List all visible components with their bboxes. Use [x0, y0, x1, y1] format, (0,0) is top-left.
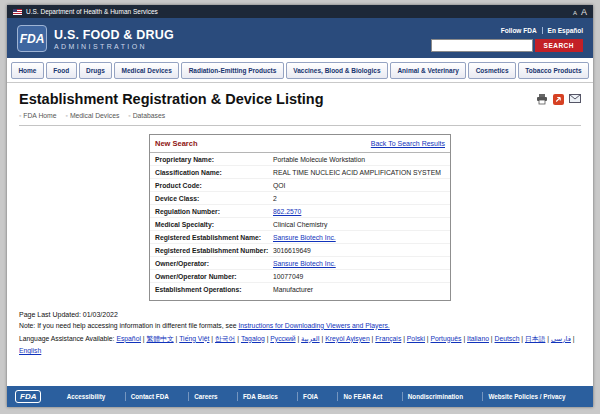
- footer-link-accessibility[interactable]: Accessibility: [62, 392, 111, 401]
- establishment-name-link[interactable]: Sansure Biotech Inc.: [273, 234, 445, 241]
- footer-link-website-policies[interactable]: Website Policies / Privacy: [482, 392, 570, 401]
- fda-logo[interactable]: FDA: [17, 25, 47, 52]
- footer-links: Accessibility Contact FDA Careers FDA Ba…: [47, 392, 585, 401]
- footer-link-nondiscrimination[interactable]: Nondiscrimination: [402, 392, 468, 401]
- field-label: Establishment Operations:: [155, 286, 273, 293]
- nav-tab-vaccines-blood-biologics[interactable]: Vaccines, Blood & Biologics: [286, 62, 388, 79]
- language-assistance: Language Assistance Available: Español 繁…: [19, 333, 579, 359]
- row-classification-name: Classification Name: REAL TIME NUCLEIC A…: [150, 166, 450, 179]
- breadcrumb-databases[interactable]: Databases: [128, 112, 165, 119]
- note-text: Note: If you need help accessing informa…: [19, 322, 237, 329]
- language-link[interactable]: 繁體中文: [146, 335, 173, 342]
- field-label: Medical Specialty:: [155, 221, 273, 228]
- language-link[interactable]: 日本語: [525, 335, 545, 342]
- footer-link-contact-fda[interactable]: Contact FDA: [125, 392, 174, 401]
- main-nav: Home Food Drugs Medical Devices Radiatio…: [7, 58, 593, 83]
- print-icon[interactable]: [536, 94, 548, 105]
- fda-footer-logo[interactable]: FDA: [15, 390, 41, 403]
- nav-tab-cosmetics[interactable]: Cosmetics: [468, 62, 516, 79]
- field-label: Regulation Number:: [155, 208, 273, 215]
- fda-header: FDA U.S. FOOD & DRUG ADMINISTRATION Foll…: [7, 18, 593, 58]
- fda-brand: FDA U.S. FOOD & DRUG ADMINISTRATION: [17, 25, 174, 52]
- nav-tab-home[interactable]: Home: [11, 62, 44, 79]
- divider: [19, 125, 581, 126]
- language-link[interactable]: Deutsch: [495, 335, 520, 342]
- row-owner-operator-number: Owner/Operator Number: 10077049: [150, 270, 450, 283]
- font-size-small-button[interactable]: A: [573, 10, 577, 16]
- footer-bar: FDA Accessibility Contact FDA Careers FD…: [7, 386, 593, 407]
- language-link[interactable]: Tagalog: [241, 335, 265, 342]
- main-content: Establishment Registration & Device List…: [7, 83, 593, 386]
- language-link[interactable]: Tiếng Việt: [179, 335, 209, 342]
- file-formats-note: Note: If you need help accessing informa…: [19, 322, 581, 329]
- nav-tab-animal-veterinary[interactable]: Animal & Veterinary: [390, 62, 466, 79]
- header-link-divider: [542, 27, 543, 34]
- field-value: 10077049: [273, 273, 445, 280]
- field-value: Clinical Chemistry: [273, 221, 445, 228]
- field-label: Device Class:: [155, 195, 273, 202]
- language-link[interactable]: فارسی: [551, 335, 571, 342]
- government-bar: U.S. Department of Health & Human Servic…: [7, 5, 593, 18]
- new-search-link[interactable]: New Search: [155, 139, 198, 148]
- regulation-number-link[interactable]: 862.2570: [273, 208, 445, 215]
- field-label: Registered Establishment Name:: [155, 234, 273, 241]
- breadcrumb: FDA Home Medical Devices Databases: [19, 112, 581, 119]
- language-link[interactable]: 한국어: [215, 335, 235, 342]
- field-value: 2: [273, 195, 445, 202]
- language-link[interactable]: Kreyòl Ayisyen: [325, 335, 369, 342]
- nav-tab-drugs[interactable]: Drugs: [79, 62, 113, 79]
- nav-tab-food[interactable]: Food: [46, 62, 77, 79]
- breadcrumb-fda-home[interactable]: FDA Home: [19, 112, 57, 119]
- title-icons: [536, 91, 581, 105]
- field-value: Portable Molecule Workstation: [273, 156, 445, 163]
- language-link[interactable]: Português: [431, 335, 462, 342]
- field-label: Product Code:: [155, 182, 273, 189]
- field-label: Owner/Operator:: [155, 260, 273, 267]
- row-establishment-operations: Establishment Operations: Manufacturer: [150, 283, 450, 300]
- language-assistance-label: Language Assistance Available:: [19, 335, 114, 342]
- field-label: Proprietary Name:: [155, 156, 273, 163]
- footer-link-fda-basics[interactable]: FDA Basics: [237, 392, 283, 401]
- footer-link-careers[interactable]: Careers: [188, 392, 222, 401]
- us-flag-icon: [13, 9, 22, 15]
- row-registered-establishment-name: Registered Establishment Name: Sansure B…: [150, 231, 450, 244]
- en-espanol-link[interactable]: En Español: [548, 27, 583, 34]
- search-button[interactable]: SEARCH: [535, 39, 583, 52]
- owner-operator-link[interactable]: Sansure Biotech Inc.: [273, 260, 445, 267]
- language-link[interactable]: Français: [375, 335, 401, 342]
- nav-tab-tobacco-products[interactable]: Tobacco Products: [518, 62, 589, 79]
- row-product-code: Product Code: QOI: [150, 179, 450, 192]
- language-link[interactable]: Русский: [270, 335, 295, 342]
- language-link[interactable]: Polski: [407, 335, 425, 342]
- footer-link-foia[interactable]: FOIA: [297, 392, 323, 401]
- page-title: Establishment Registration & Device List…: [19, 91, 324, 107]
- language-link[interactable]: Español: [116, 335, 141, 342]
- email-icon[interactable]: [569, 94, 581, 105]
- font-size-large-button[interactable]: A: [581, 7, 587, 17]
- language-link[interactable]: Italiano: [467, 335, 489, 342]
- footer-link-no-fear-act[interactable]: No FEAR Act: [337, 392, 387, 401]
- viewers-players-link[interactable]: Instructions for Downloading Viewers and…: [238, 322, 389, 329]
- search-bar: SEARCH: [431, 39, 583, 52]
- follow-fda-link[interactable]: Follow FDA: [501, 27, 537, 34]
- field-value: 3016619649: [273, 247, 445, 254]
- row-regulation-number: Regulation Number: 862.2570: [150, 205, 450, 218]
- language-link-english[interactable]: English: [19, 347, 41, 354]
- breadcrumb-medical-devices[interactable]: Medical Devices: [66, 112, 120, 119]
- language-link[interactable]: العربية: [301, 335, 320, 342]
- nav-tab-radiation-emitting-products[interactable]: Radiation-Emitting Products: [181, 62, 284, 79]
- row-device-class: Device Class: 2: [150, 192, 450, 205]
- org-name-line1: U.S. FOOD & DRUG: [54, 28, 174, 42]
- share-icon[interactable]: [553, 94, 564, 105]
- field-label: Owner/Operator Number:: [155, 273, 273, 280]
- org-name-line2: ADMINISTRATION: [54, 43, 174, 50]
- row-owner-operator: Owner/Operator: Sansure Biotech Inc.: [150, 257, 450, 270]
- header-right: Follow FDA En Español SEARCH: [431, 25, 583, 52]
- search-input[interactable]: [431, 39, 533, 52]
- header-links: Follow FDA En Español: [501, 27, 583, 34]
- field-label: Classification Name:: [155, 169, 273, 176]
- field-label: Registered Establishment Number:: [155, 247, 273, 254]
- nav-tab-medical-devices[interactable]: Medical Devices: [114, 62, 179, 79]
- department-text: U.S. Department of Health & Human Servic…: [26, 8, 158, 15]
- back-to-results-link[interactable]: Back To Search Results: [371, 140, 445, 147]
